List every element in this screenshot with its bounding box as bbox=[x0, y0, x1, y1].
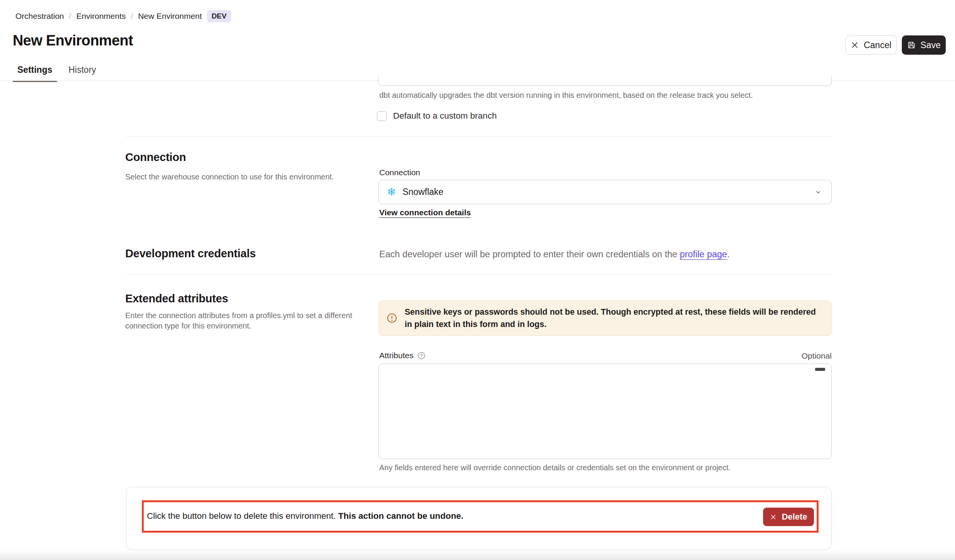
attributes-textarea[interactable] bbox=[378, 364, 832, 459]
release-track-helper-text: dbt automatically upgrades the dbt versi… bbox=[379, 91, 753, 100]
breadcrumb-separator: / bbox=[131, 12, 133, 21]
attributes-field-label: Attributes bbox=[379, 351, 414, 360]
environment-settings-page: Orchestration / Environments / New Envir… bbox=[0, 0, 955, 560]
svg-text:?: ? bbox=[420, 353, 423, 358]
profile-page-link[interactable]: profile page bbox=[680, 249, 727, 259]
development-credentials-text-after: . bbox=[727, 249, 730, 259]
save-button[interactable]: Save bbox=[902, 35, 946, 55]
section-divider bbox=[126, 274, 832, 275]
extended-attributes-section-title: Extended attributes bbox=[125, 292, 228, 305]
connection-section-description: Select the warehouse connection to use f… bbox=[125, 172, 334, 182]
environment-type-badge: DEV bbox=[207, 10, 231, 22]
delete-message-bold: This action cannot be undone. bbox=[338, 511, 464, 521]
page-bottom-fade bbox=[0, 550, 955, 560]
page-title: New Environment bbox=[13, 32, 133, 49]
minus-icon[interactable] bbox=[815, 368, 825, 371]
extended-attributes-section-description: Enter the connection attributes from a p… bbox=[125, 310, 368, 331]
x-icon bbox=[851, 41, 859, 49]
help-circle-icon[interactable]: ? bbox=[417, 352, 425, 360]
breadcrumb-separator: / bbox=[69, 12, 71, 21]
save-button-label: Save bbox=[920, 40, 940, 50]
chevron-down-icon bbox=[814, 188, 822, 196]
connection-section-title: Connection bbox=[125, 151, 186, 164]
attributes-helper-text: Any fields entered here will override co… bbox=[379, 463, 731, 472]
snowflake-icon: ❄ bbox=[387, 187, 396, 198]
custom-branch-row: Default to a custom branch bbox=[377, 111, 497, 121]
tab-bar: Settings History bbox=[13, 65, 101, 82]
alert-circle-icon bbox=[387, 313, 397, 324]
tab-history[interactable]: History bbox=[64, 65, 101, 82]
custom-branch-label: Default to a custom branch bbox=[393, 111, 497, 121]
connection-field-label: Connection bbox=[379, 168, 420, 177]
view-connection-details-link[interactable]: View connection details bbox=[379, 208, 471, 217]
delete-environment-message: Click the button below to delete this en… bbox=[147, 511, 464, 521]
breadcrumb-orchestration[interactable]: Orchestration bbox=[15, 12, 64, 21]
tab-settings[interactable]: Settings bbox=[13, 65, 57, 82]
section-divider bbox=[126, 137, 832, 137]
delete-button-label: Delete bbox=[782, 512, 807, 522]
development-credentials-text-before: Each developer user will be prompted to … bbox=[379, 249, 680, 259]
attributes-label-row: Attributes ? bbox=[379, 351, 425, 360]
breadcrumb-new-environment[interactable]: New Environment bbox=[138, 12, 202, 21]
delete-message-normal: Click the button below to delete this en… bbox=[147, 511, 338, 521]
delete-button[interactable]: Delete bbox=[763, 508, 814, 526]
custom-branch-checkbox[interactable] bbox=[377, 111, 387, 121]
development-credentials-section-title: Development credentials bbox=[125, 247, 256, 260]
floppy-disk-icon bbox=[907, 40, 916, 50]
breadcrumb-environments[interactable]: Environments bbox=[76, 12, 126, 21]
attributes-editor bbox=[378, 364, 832, 459]
optional-label: Optional bbox=[797, 351, 832, 360]
development-credentials-text: Each developer user will be prompted to … bbox=[379, 249, 730, 260]
connection-select[interactable]: ❄ Snowflake bbox=[378, 180, 832, 204]
sensitive-keys-warning-text: Sensitive keys or passwords should not b… bbox=[405, 306, 821, 330]
release-track-select-partial[interactable] bbox=[378, 77, 832, 86]
sensitive-keys-warning-banner: Sensitive keys or passwords should not b… bbox=[378, 300, 832, 336]
connection-select-value: Snowflake bbox=[402, 187, 808, 197]
breadcrumb: Orchestration / Environments / New Envir… bbox=[15, 10, 231, 22]
cancel-button[interactable]: Cancel bbox=[846, 35, 896, 55]
cancel-button-label: Cancel bbox=[864, 40, 891, 50]
x-icon bbox=[770, 513, 777, 521]
